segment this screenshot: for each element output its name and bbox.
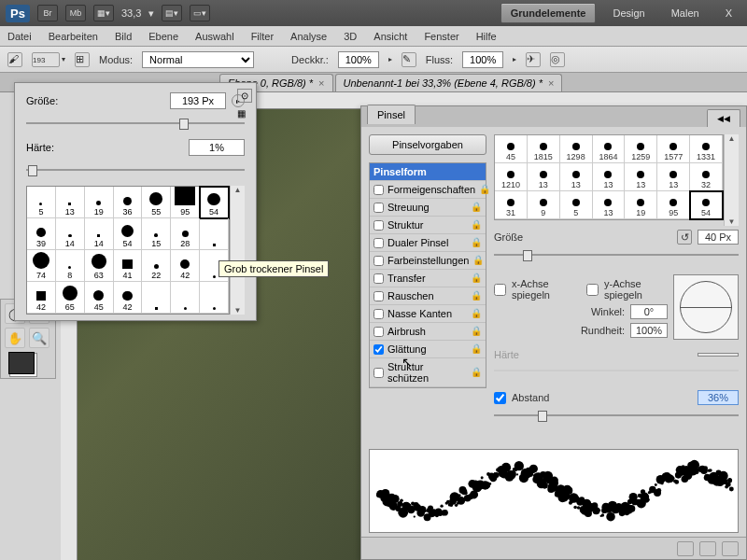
- hand-tool-icon[interactable]: ✋: [5, 328, 25, 348]
- brush-preset-cell[interactable]: 19: [85, 187, 114, 218]
- menu-analyse[interactable]: Analyse: [290, 31, 327, 42]
- lock-icon[interactable]: 🔒: [471, 326, 482, 337]
- brush-tool-icon[interactable]: 🖌: [7, 52, 22, 67]
- brush-presets-button[interactable]: Pinselvorgaben: [369, 134, 486, 155]
- size-input[interactable]: [170, 92, 226, 109]
- brush-preset-cell[interactable]: 54: [114, 218, 143, 250]
- brush-preset-cell[interactable]: 14: [56, 218, 85, 250]
- brush-option-row[interactable]: Formeigenschaften🔒: [370, 181, 486, 199]
- workspace-grundelemente-button[interactable]: Grundelemente: [500, 3, 597, 23]
- brush-preset-picker[interactable]: 193: [32, 52, 60, 67]
- brush-preset-cell[interactable]: 22: [142, 250, 171, 282]
- brush-option-row[interactable]: Glättung🔒: [370, 341, 486, 358]
- brush-option-row[interactable]: Farbeinstellungen🔒: [370, 252, 486, 270]
- zoom-level[interactable]: 33,3: [121, 7, 141, 19]
- bridge-icon[interactable]: Br: [37, 5, 58, 21]
- brush-preset-cell[interactable]: [200, 282, 229, 314]
- zoom-tool-icon[interactable]: 🔍: [29, 328, 49, 348]
- brush-option-row[interactable]: Streuung🔒: [370, 199, 486, 217]
- flip-y-checkbox[interactable]: [586, 284, 599, 296]
- brush-tip-cell[interactable]: 9: [528, 191, 560, 219]
- angle-input[interactable]: 0°: [630, 304, 668, 319]
- close-icon[interactable]: ×: [318, 77, 324, 89]
- angle-control[interactable]: [673, 274, 739, 340]
- brush-preset-cell[interactable]: [200, 218, 229, 250]
- lock-icon[interactable]: 🔒: [471, 237, 482, 248]
- brush-tip-cell[interactable]: 5: [560, 191, 593, 219]
- brush-preset-cell[interactable]: 42: [171, 250, 200, 282]
- brush-preset-cell[interactable]: 42: [114, 282, 143, 314]
- brush-preset-cell[interactable]: 41: [114, 250, 143, 282]
- screen-mode-icon[interactable]: ▭▾: [190, 5, 210, 21]
- option-checkbox[interactable]: [374, 368, 384, 378]
- brush-tip-cell[interactable]: 95: [657, 191, 690, 219]
- lock-icon[interactable]: 🔒: [471, 343, 482, 355]
- option-checkbox[interactable]: [374, 309, 384, 319]
- brush-tip-cell[interactable]: 1298: [560, 135, 593, 163]
- option-checkbox[interactable]: [374, 238, 384, 248]
- brush-tip-cell[interactable]: 1864: [593, 135, 626, 163]
- brush-preset-cell[interactable]: 28: [171, 218, 200, 250]
- brush-option-row[interactable]: Struktur🔒: [370, 217, 486, 234]
- brush-preset-cell[interactable]: 42: [27, 282, 56, 314]
- workspace-malen-button[interactable]: Malen: [662, 4, 709, 22]
- option-checkbox[interactable]: [374, 203, 384, 213]
- tip-size-slider[interactable]: [494, 248, 739, 261]
- size-slider[interactable]: [26, 117, 245, 130]
- scrollbar[interactable]: ▲▼: [230, 186, 245, 315]
- brush-tip-cell[interactable]: 1815: [528, 135, 560, 163]
- reset-icon[interactable]: ↺: [677, 230, 692, 245]
- spacing-slider[interactable]: [494, 409, 739, 422]
- option-checkbox[interactable]: [374, 256, 384, 266]
- brush-tip-cell[interactable]: 1259: [625, 135, 657, 163]
- airbrush-icon[interactable]: ✈: [526, 52, 541, 67]
- brush-preset-cell[interactable]: [142, 282, 171, 314]
- brush-tip-cell[interactable]: 1577: [657, 135, 690, 163]
- option-brush-tip-shape[interactable]: Pinselform: [370, 163, 486, 181]
- minibridge-icon[interactable]: Mb: [65, 5, 86, 21]
- roundness-input[interactable]: 100%: [630, 323, 668, 338]
- brush-panel-toggle-icon[interactable]: ⊞: [75, 52, 90, 67]
- brush-tip-cell[interactable]: 13: [625, 163, 657, 191]
- lock-icon[interactable]: 🔒: [471, 308, 482, 319]
- panel-tab-pinsel[interactable]: Pinsel: [367, 105, 416, 124]
- menu-fenster[interactable]: Fenster: [424, 31, 458, 42]
- size-pressure-icon[interactable]: ◎: [550, 52, 565, 67]
- brush-tip-cell[interactable]: 19: [625, 191, 657, 219]
- brush-preset-grid[interactable]: 5131936559554391414541528748634122424265…: [26, 186, 230, 315]
- brush-tip-cell[interactable]: 13: [560, 163, 593, 191]
- brush-preset-cell[interactable]: 74: [27, 250, 56, 282]
- brush-preset-cell[interactable]: 14: [85, 218, 114, 250]
- collapse-icon[interactable]: ◀◀: [707, 109, 740, 127]
- brush-tip-cell[interactable]: 32: [690, 163, 723, 191]
- menu-filter[interactable]: Filter: [251, 31, 274, 42]
- document-tab-2[interactable]: Unbenannt-1 bei 33,3% (Ebene 4, RGB/8) *…: [335, 74, 563, 91]
- lock-icon[interactable]: 🔒: [471, 290, 482, 301]
- blend-mode-select[interactable]: Normal: [142, 51, 254, 68]
- opacity-input[interactable]: [338, 51, 379, 68]
- brush-preset-cell[interactable]: 39: [27, 218, 56, 250]
- menu-3d[interactable]: 3D: [344, 31, 357, 42]
- brush-tip-cell[interactable]: 13: [593, 163, 626, 191]
- brush-preset-cell[interactable]: 63: [85, 250, 114, 282]
- menu-auswahl[interactable]: Auswahl: [195, 31, 234, 42]
- brush-preset-cell[interactable]: 55: [142, 187, 171, 218]
- brush-tip-cell[interactable]: 45: [495, 135, 528, 163]
- scrollbar[interactable]: ▲▼: [724, 134, 739, 226]
- brush-tip-cell[interactable]: 31: [495, 191, 528, 219]
- brush-tip-cell[interactable]: 1331: [690, 135, 723, 163]
- lock-icon[interactable]: 🔒: [471, 202, 482, 213]
- opacity-pressure-icon[interactable]: ✎: [402, 52, 416, 67]
- brush-preset-cell[interactable]: 95: [171, 187, 200, 218]
- option-checkbox[interactable]: [374, 327, 384, 337]
- flyout-menu-icon[interactable]: ⊙: [237, 89, 252, 103]
- option-checkbox[interactable]: [374, 344, 384, 355]
- arrange-icon[interactable]: ▤▾: [162, 5, 182, 21]
- brush-preset-cell[interactable]: 36: [114, 187, 143, 218]
- workspace-more-button[interactable]: X: [716, 4, 741, 22]
- brush-option-row[interactable]: Struktur schützen🔒: [370, 358, 486, 387]
- flow-input[interactable]: [462, 51, 503, 68]
- brush-preset-cell[interactable]: 13: [56, 187, 85, 218]
- new-preset-icon[interactable]: ▦: [237, 108, 252, 119]
- new-brush-icon[interactable]: [699, 541, 716, 556]
